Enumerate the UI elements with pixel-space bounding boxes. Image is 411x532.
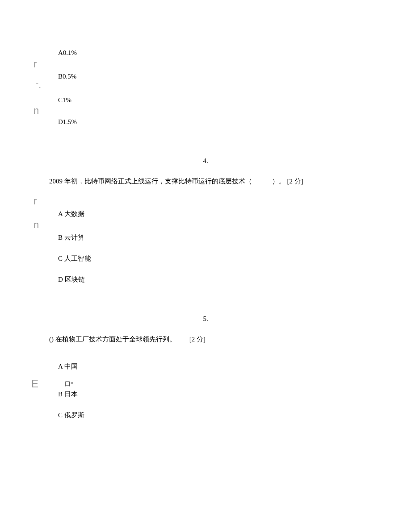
q4-number: 4. [54, 157, 357, 165]
option-d-block[interactable]: D1.5% [54, 118, 357, 126]
option-c-text: C 俄罗斯 [54, 411, 357, 420]
q4-text: 2009 年初，比特币网络正式上线运行，支撑比特币运行的底层技术（ ）。 [2 … [49, 176, 357, 187]
q5-text: () 在植物工厂技术方面处于全球领先行列。 [2 分] [49, 334, 357, 345]
option-b-block[interactable]: B0.5% [54, 73, 357, 80]
option-c-block[interactable]: C 俄罗斯 [54, 411, 357, 420]
marker-r: r [34, 195, 37, 207]
option-c-text: C1% [54, 96, 357, 104]
option-c-block[interactable]: C1% [54, 96, 357, 104]
option-c-text: C 人工智能 [54, 254, 357, 263]
option-a-block[interactable]: A 大数据 [54, 210, 357, 218]
option-d-block[interactable]: D 区块链 [54, 275, 357, 284]
option-a-text: A 大数据 [54, 210, 357, 218]
option-b-block[interactable]: B 日本 [54, 390, 357, 399]
option-d-text: D 区块链 [54, 275, 357, 284]
option-c-block[interactable]: C 人工智能 [54, 254, 357, 263]
option-a-text: A0.1% [54, 49, 357, 57]
option-a-text: A 中国 [54, 362, 357, 371]
option-b-text: B0.5% [54, 73, 357, 80]
marker-n: n [34, 105, 39, 116]
option-b-text: B 日本 [54, 390, 357, 399]
marker-r: r [34, 58, 37, 70]
option-d-text: D1.5% [54, 118, 357, 126]
option-b-block[interactable]: B 云计算 [54, 233, 357, 242]
option-a-block[interactable]: A 中国 [54, 362, 357, 371]
marker-n: n [34, 219, 39, 231]
q5-number: 5. [54, 315, 357, 323]
option-b-text: B 云计算 [54, 233, 357, 242]
q3-options: A0.1% r B0.5% 「· C1% n D1.5% [54, 49, 357, 126]
q4-options: r A 大数据 n B 云计算 C 人工智能 D 区块链 [54, 200, 357, 284]
marker-bracket: 「· [31, 82, 41, 92]
marker-e: E [31, 378, 38, 390]
q5-options: A 中国 E 口* B 日本 C 俄罗斯 [54, 362, 357, 420]
option-a-block[interactable]: A0.1% [54, 49, 357, 57]
marker-box: 口* [54, 380, 357, 388]
